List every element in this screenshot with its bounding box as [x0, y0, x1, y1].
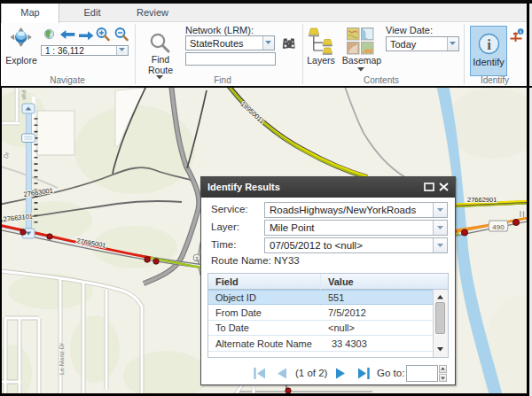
svg-text:27662901: 27662901 [467, 196, 497, 204]
svg-text:19950011: 19950011 [239, 100, 266, 126]
svg-text:i: i [487, 36, 491, 53]
svg-text:Dr: Dr [3, 151, 11, 159]
svg-text:Le Manz Dr: Le Manz Dr [59, 342, 65, 375]
svg-text:490: 490 [492, 223, 505, 231]
